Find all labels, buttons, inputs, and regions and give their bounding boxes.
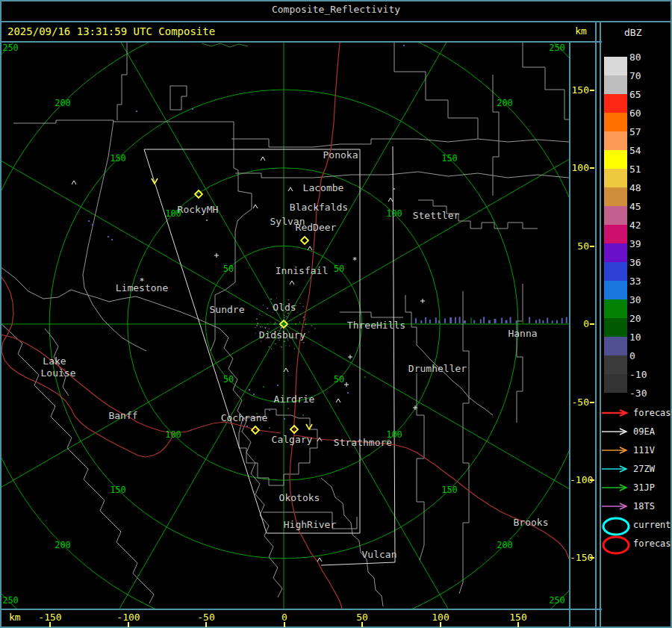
ring-distance-label: 150: [110, 485, 126, 495]
right-axis-label: 50: [570, 241, 589, 251]
right-axis-label: -100: [570, 475, 589, 485]
clutter-dot: [294, 349, 295, 349]
city-label-vulcan: Vulcan: [362, 549, 397, 560]
clutter-dot: [285, 345, 286, 346]
echo-speck: [263, 386, 264, 388]
interference-dash: [522, 320, 523, 323]
colorbar-band-30: [604, 299, 627, 318]
echo-speck: [277, 385, 279, 386]
clutter-dot: [297, 312, 298, 313]
legend-label-31JP: 31JP: [633, 482, 655, 493]
clutter-dot: [276, 298, 277, 299]
interference-dash: [561, 318, 563, 323]
ring-distance-label: 200: [55, 98, 71, 108]
right-axis-tick: [590, 246, 594, 247]
colorbar-band-10: [604, 337, 627, 355]
city-label-drumheller: Drumheller: [408, 363, 467, 374]
echo-speck: [287, 408, 289, 409]
interference-dash: [435, 317, 437, 323]
legend-ellipse-current: [603, 518, 629, 535]
interference-dash: [464, 320, 466, 323]
right-axis-tick: [590, 90, 594, 91]
colorbar-value: 60: [629, 108, 641, 118]
interference-dash: [480, 320, 482, 324]
radar-map-canvas[interactable]: **50505050100100100100150150150150200200…: [1, 43, 569, 609]
city-label-banff: Banff: [108, 410, 137, 421]
right-axis-label: 0: [570, 319, 589, 329]
clutter-dot: [281, 327, 282, 328]
clutter-dot: [296, 323, 296, 324]
bottom-axis-label: -100: [113, 612, 143, 622]
colorbar-value: 80: [629, 52, 641, 62]
clutter-dot: [280, 328, 281, 329]
interference-dash: [566, 317, 567, 323]
interference-dash: [483, 317, 485, 323]
city-label-okotoks: Okotoks: [279, 492, 320, 503]
echo-speck: [88, 220, 90, 222]
right-axis-label: 100: [570, 163, 589, 172]
right-axis-tick: [590, 402, 594, 403]
ring-distance-label: 100: [386, 208, 402, 219]
echo-speck: [108, 236, 109, 237]
bottom-axis-label: 0: [270, 612, 299, 622]
city-label-rockymh: RockyMH: [178, 204, 219, 215]
clutter-dot: [276, 323, 276, 324]
city-label-stettler: Stettler: [413, 210, 460, 221]
interference-dash: [444, 318, 446, 323]
colorbar-value: 57: [629, 127, 641, 137]
legend-label-18TS: 18TS: [633, 501, 655, 512]
bottom-axis-label: 50: [347, 612, 377, 622]
interference-dash: [556, 320, 558, 323]
colorbar-value: 10: [629, 332, 641, 342]
colorbar-band-39: [604, 243, 627, 262]
legend-label-forecast: forecast: [633, 408, 672, 418]
ring-distance-label: 50: [223, 264, 234, 274]
bottom-axis-tick: [361, 622, 363, 627]
bottom-axis-label: -50: [191, 612, 221, 622]
echo-speck: [364, 376, 366, 378]
clutter-dot: [266, 314, 267, 315]
ring-distance-label: 250: [549, 595, 565, 606]
clutter-dot: [303, 327, 304, 328]
clutter-dot: [269, 346, 270, 347]
city-label-limestone: Limestone: [116, 282, 169, 293]
interference-dash: [552, 320, 553, 323]
interference-dash: [429, 320, 431, 323]
clutter-dot: [299, 322, 300, 323]
colorbar-band-60: [604, 113, 627, 131]
clutter-dot: [305, 319, 306, 320]
clutter-dot: [289, 346, 290, 346]
city-label-brooks: Brooks: [514, 517, 549, 528]
echo-speck: [269, 409, 270, 411]
clutter-dot: [267, 323, 268, 324]
clutter-dot: [308, 332, 309, 332]
colorbar-value: 51: [629, 164, 641, 174]
colorbar-value: -10: [629, 370, 647, 379]
ring-distance-label: 200: [497, 540, 513, 550]
bottom-axis-label: 100: [426, 612, 455, 622]
colorbar-band-80: [604, 57, 627, 75]
ring-distance-label: 50: [223, 374, 234, 385]
echo-speck: [111, 239, 113, 240]
legend-ellipse-forecast: [603, 537, 629, 553]
clutter-dot: [271, 349, 272, 349]
colorbar-band-20: [604, 318, 627, 337]
echo-speck: [253, 394, 255, 395]
clutter-dot: [284, 315, 284, 316]
bottom-axis-tick: [205, 622, 207, 627]
window-title[interactable]: Composite_Reflectivity: [0, 0, 672, 19]
clutter-dot: [286, 316, 287, 317]
reflectivity-colorbar: [604, 57, 627, 393]
echo-speck: [284, 418, 285, 420]
ring-distance-label: 50: [334, 264, 344, 274]
clutter-dot: [279, 314, 280, 315]
colorbar-band-36: [604, 262, 627, 281]
dbz-unit-label: dBZ: [624, 27, 654, 38]
colorbar-value: 20: [629, 314, 641, 323]
colorbar-band-65: [604, 94, 627, 113]
clutter-dot: [305, 320, 305, 320]
city-label-innisfail: Innisfail: [276, 265, 328, 276]
clutter-dot: [299, 314, 301, 314]
interference-dash: [459, 317, 461, 323]
colorbar-value: 36: [629, 258, 641, 267]
